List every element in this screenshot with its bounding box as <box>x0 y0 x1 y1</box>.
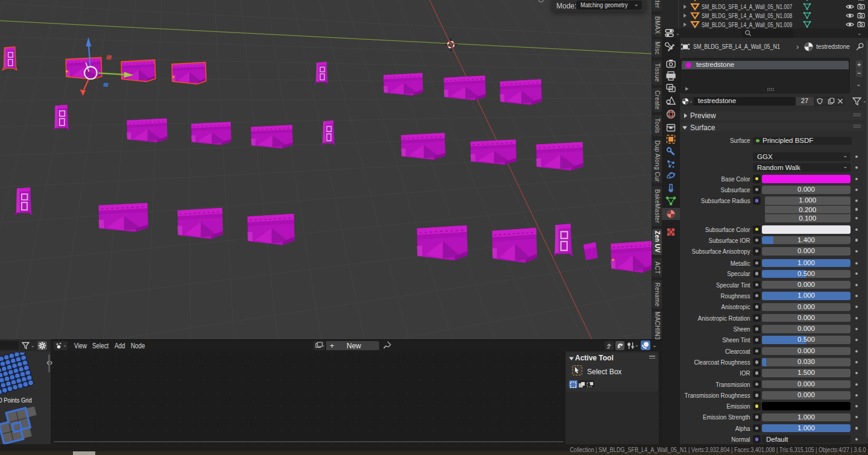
svg-text:SM_BLDG_SFB_L4_A_Wall_05_N1: SM_BLDG_SFB_L4_A_Wall_05_N1 <box>693 43 780 51</box>
svg-text:SM_BLDG_SFB_L4_A_Wall_05_N1.00: SM_BLDG_SFB_L4_A_Wall_05_N1.008 <box>702 12 793 20</box>
svg-text:testredstone: testredstone <box>816 43 850 51</box>
svg-text:›: › <box>796 42 799 51</box>
svg-text:SM_BLDG_SFB_L4_A_Wall_05_N1.00: SM_BLDG_SFB_L4_A_Wall_05_N1.009 <box>702 20 792 28</box>
svg-text:SM_BLDG_SFB_L4_A_Wall_05_N1.00: SM_BLDG_SFB_L4_A_Wall_05_N1.007 <box>702 3 792 11</box>
